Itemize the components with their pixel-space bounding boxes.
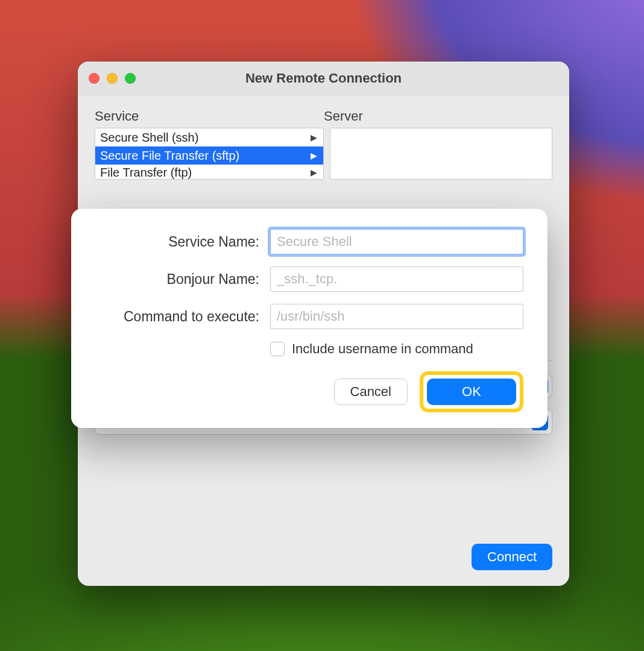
service-name-label: Service Name: bbox=[95, 234, 270, 250]
bonjour-name-input[interactable] bbox=[270, 266, 523, 292]
service-column-header: Service bbox=[95, 108, 324, 124]
command-label: Command to execute: bbox=[95, 309, 270, 325]
desktop-background: New Remote Connection Service Server Sec… bbox=[0, 0, 644, 651]
bonjour-name-label: Bonjour Name: bbox=[95, 271, 270, 288]
window-title: New Remote Connection bbox=[78, 71, 569, 86]
disclosure-triangle-icon: ▶ bbox=[311, 151, 317, 160]
disclosure-triangle-icon: ▶ bbox=[311, 133, 317, 142]
cancel-button[interactable]: Cancel bbox=[334, 379, 408, 405]
service-item-sftp[interactable]: Secure File Transfer (sftp) ▶ bbox=[95, 146, 323, 165]
connect-button[interactable]: Connect bbox=[472, 544, 552, 570]
service-item-ftp[interactable]: File Transfer (ftp) ▶ bbox=[95, 165, 323, 180]
disclosure-triangle-icon: ▶ bbox=[311, 168, 317, 177]
service-item-ssh[interactable]: Secure Shell (ssh) ▶ bbox=[95, 128, 323, 146]
command-input[interactable] bbox=[270, 304, 523, 329]
server-listbox[interactable] bbox=[330, 128, 552, 180]
ok-button-highlight: OK bbox=[420, 371, 523, 412]
service-item-label: File Transfer (ftp) bbox=[100, 166, 192, 180]
include-username-checkbox[interactable] bbox=[270, 342, 285, 356]
column-headers: Service Server bbox=[95, 108, 552, 124]
service-item-label: Secure File Transfer (sftp) bbox=[100, 149, 239, 163]
server-column-header: Server bbox=[324, 108, 552, 124]
service-listbox[interactable]: Secure Shell (ssh) ▶ Secure File Transfe… bbox=[95, 128, 324, 180]
bonjour-name-row: Bonjour Name: bbox=[95, 266, 523, 292]
include-username-label: Include username in command bbox=[292, 341, 473, 357]
window-footer: Connect bbox=[95, 520, 552, 570]
service-name-row: Service Name: bbox=[95, 229, 523, 254]
titlebar: New Remote Connection bbox=[78, 61, 569, 95]
service-details-sheet: Service Name: Bonjour Name: Command to e… bbox=[71, 209, 548, 428]
service-name-input[interactable] bbox=[270, 229, 523, 254]
service-item-label: Secure Shell (ssh) bbox=[100, 131, 198, 145]
sheet-buttons: Cancel OK bbox=[95, 371, 523, 412]
command-row: Command to execute: bbox=[95, 304, 523, 329]
list-panes: Secure Shell (ssh) ▶ Secure File Transfe… bbox=[95, 128, 552, 180]
ok-button[interactable]: OK bbox=[427, 379, 516, 405]
include-username-row: Include username in command bbox=[270, 341, 523, 357]
